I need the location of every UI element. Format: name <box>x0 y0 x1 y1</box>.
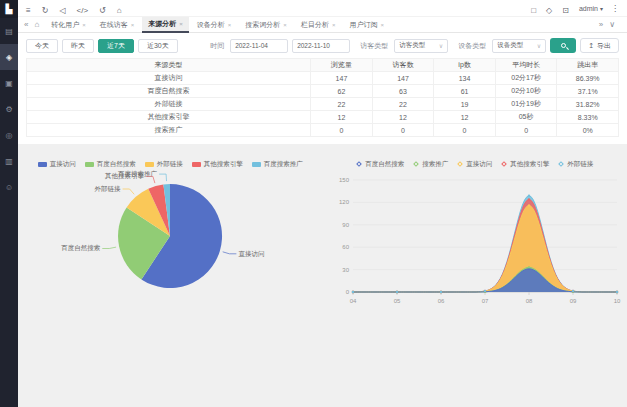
code-icon[interactable]: </> <box>77 6 89 15</box>
table-cell: 0 <box>495 124 557 137</box>
legend-label: 百度搜索推广 <box>264 160 303 169</box>
area-series-line-4 <box>353 196 617 292</box>
legend-item-area-3[interactable]: 其他搜索引擎 <box>501 160 549 169</box>
sidebar-item-monitor[interactable]: ◎ <box>0 122 18 148</box>
tabs-scroll-left[interactable]: « <box>24 20 28 29</box>
area-series-3[interactable] <box>353 199 617 292</box>
refresh-icon[interactable]: ↻ <box>42 6 49 15</box>
tab-bar: « ⌂ 转化用户×在线访客×来源分析×设备分析×搜索词分析×栏目分析×用户订阅×… <box>18 17 627 33</box>
table-cell: 147 <box>311 72 373 85</box>
date-from-input[interactable] <box>230 39 288 53</box>
table-cell: 22 <box>311 98 373 111</box>
legend-item-area-1[interactable]: 搜索推广 <box>413 160 448 169</box>
legend-item-area-2[interactable]: 直接访问 <box>457 160 492 169</box>
tag-icon[interactable]: ◇ <box>546 6 552 15</box>
data-card: 今天昨天近7天近30天 时间 访客类型 访客类型 ∨ 设备类型 设备类型 ∨ <box>18 33 627 144</box>
chat-icon[interactable]: □ <box>531 6 536 15</box>
area-series-line-3 <box>353 199 617 292</box>
tab-search-terms[interactable]: 搜索词分析× <box>239 17 293 33</box>
table-cell: 0 <box>311 124 373 137</box>
tabs-dropdown-icon[interactable]: ∨ <box>609 20 615 29</box>
tabs-list: 转化用户×在线访客×来源分析×设备分析×搜索词分析×栏目分析×用户订阅× <box>45 17 392 33</box>
legend-item-pie-2[interactable]: 外部链接 <box>145 160 183 169</box>
sidebar-item-users[interactable]: ☺ <box>0 174 18 200</box>
legend-item-area-0[interactable]: 百度自然搜索 <box>356 160 404 169</box>
close-icon[interactable]: × <box>82 22 86 28</box>
chevron-down-icon: ▾ <box>600 5 603 12</box>
home-tab-icon[interactable]: ⌂ <box>34 20 39 29</box>
close-icon[interactable]: × <box>179 21 183 27</box>
tab-label: 设备分析 <box>197 20 225 30</box>
legend-item-pie-1[interactable]: 百度自然搜索 <box>85 160 136 169</box>
sidebar-item-dashboard[interactable]: ▤ <box>0 18 18 44</box>
quick-filter-last30[interactable]: 近30天 <box>138 39 178 53</box>
close-icon[interactable]: × <box>283 22 287 28</box>
analytics-icon: ◈ <box>6 53 12 62</box>
area-series-2[interactable] <box>353 205 617 292</box>
legend-label: 百度自然搜索 <box>365 160 404 169</box>
device-type-value: 设备类型 <box>497 41 523 50</box>
tab-user-subscription[interactable]: 用户订阅× <box>343 17 390 33</box>
area-series-1[interactable] <box>353 267 617 292</box>
table-cell: 0 <box>372 124 434 137</box>
legend-item-area-4[interactable]: 外部链接 <box>558 160 593 169</box>
username: admin <box>579 5 598 12</box>
main-column: ≡↻◁</>↺⌂ □◇⊡ admin ▾ ⋮ « ⌂ 转化用户×在线访客×来源分… <box>18 0 627 407</box>
tab-column-analysis[interactable]: 栏目分析× <box>295 17 342 33</box>
area-series-4[interactable] <box>353 196 617 292</box>
tab-online-visitors[interactable]: 在线访客× <box>94 17 141 33</box>
close-icon[interactable]: × <box>131 22 135 28</box>
table-cell: 62 <box>311 85 373 98</box>
tab-conversion-users[interactable]: 转化用户× <box>45 17 92 33</box>
tabs-scroll-right[interactable]: » <box>599 20 603 29</box>
sidebar-item-settings[interactable]: ⚙ <box>0 96 18 122</box>
sidebar-item-analytics[interactable]: ◈ <box>0 44 18 70</box>
legend-diamond-icon <box>413 161 419 167</box>
quick-filter-today[interactable]: 今天 <box>26 39 58 53</box>
pie-label: 百度搜索推广 <box>118 170 158 178</box>
time-label: 时间 <box>210 41 224 51</box>
visitor-type-value: 访客类型 <box>399 41 425 50</box>
history-icon[interactable]: ↺ <box>99 6 106 15</box>
visitor-type-select[interactable]: 访客类型 ∨ <box>394 39 448 53</box>
date-to-input[interactable] <box>292 39 350 53</box>
table-row: 外部链接22221901分19秒31.82% <box>27 98 619 111</box>
quick-filter-yesterday[interactable]: 昨天 <box>62 39 94 53</box>
table-cell: 37.1% <box>557 85 619 98</box>
sidebar-item-gallery[interactable]: ▣ <box>0 70 18 96</box>
legend-label: 其他搜索引擎 <box>510 160 549 169</box>
area-series-line-0 <box>353 269 617 292</box>
legend-item-pie-0[interactable]: 直接访问 <box>38 160 76 169</box>
legend-item-pie-3[interactable]: 其他搜索引擎 <box>192 160 243 169</box>
fullscreen-icon[interactable]: ⊡ <box>562 6 569 15</box>
table-cell: 其他搜索引擎 <box>27 111 311 124</box>
device-type-select[interactable]: 设备类型 ∨ <box>492 39 546 53</box>
tab-device-analysis[interactable]: 设备分析× <box>191 17 238 33</box>
legend-label: 外部链接 <box>567 160 593 169</box>
table-cell: 0 <box>434 124 496 137</box>
x-tick-label: 10 <box>613 298 620 304</box>
pie-label-line <box>123 189 135 194</box>
tab-source-analysis[interactable]: 来源分析× <box>142 17 189 33</box>
menu-icon[interactable]: ≡ <box>26 6 31 15</box>
column-header: ip数 <box>434 59 496 72</box>
user-menu[interactable]: admin ▾ <box>579 5 603 12</box>
legend-item-pie-4[interactable]: 百度搜索推广 <box>252 160 303 169</box>
app-logo[interactable]: ▙ <box>0 0 18 18</box>
quick-filter-last7[interactable]: 近7天 <box>98 39 134 53</box>
pie-chart[interactable]: 直接访问百度自然搜索外部链接其他搜索引擎百度搜索推广 <box>20 170 320 312</box>
megaphone-icon[interactable]: ◁ <box>59 6 65 15</box>
close-icon[interactable]: × <box>332 22 336 28</box>
table-cell: 02分17秒 <box>495 72 557 85</box>
legend-diamond-icon <box>457 161 463 167</box>
close-icon[interactable]: × <box>380 22 384 28</box>
search-button[interactable] <box>550 38 576 53</box>
home-icon[interactable]: ⌂ <box>117 6 122 15</box>
kebab-menu-icon[interactable]: ⋮ <box>611 4 619 13</box>
area-series-0[interactable] <box>353 269 617 292</box>
area-chart[interactable]: 030609012015004050607080910 <box>325 170 625 312</box>
close-icon[interactable]: × <box>228 22 232 28</box>
legend-swatch-icon <box>38 162 47 167</box>
export-button[interactable]: ↥ 导出 <box>580 38 619 53</box>
sidebar-item-reports[interactable]: ▥ <box>0 148 18 174</box>
